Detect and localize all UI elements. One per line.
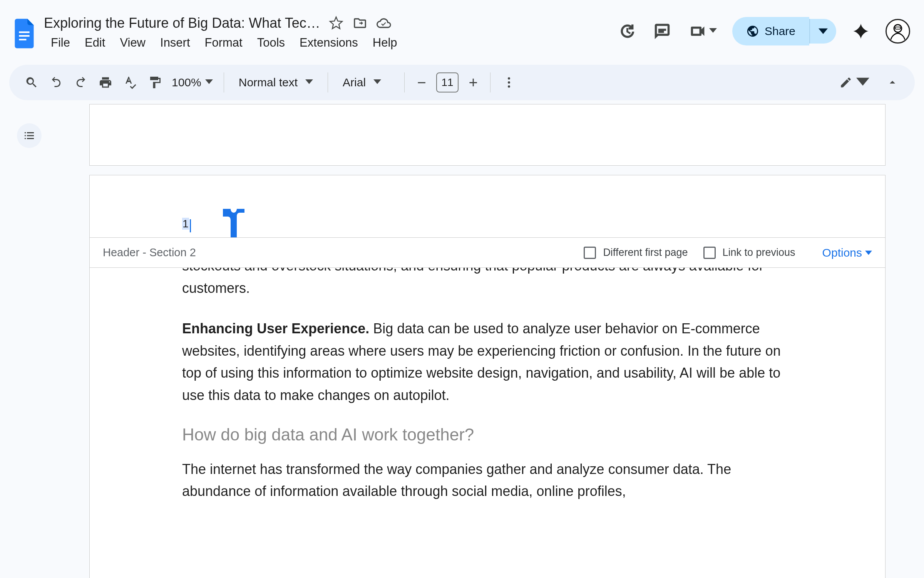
svg-point-3 xyxy=(508,77,510,80)
editing-mode-button[interactable] xyxy=(834,72,875,93)
header-section-label: Header - Section 2 xyxy=(103,246,196,259)
share-label: Share xyxy=(765,25,795,38)
options-label: Options xyxy=(822,246,862,259)
document-canvas: 1 Header - Section 2 Different first pag… xyxy=(89,104,886,578)
editing-caret-icon xyxy=(856,75,869,90)
link-to-previous-checkbox[interactable]: Link to previous xyxy=(703,247,795,259)
menu-format[interactable]: Format xyxy=(198,34,249,52)
docs-logo[interactable] xyxy=(11,16,38,51)
paragraph[interactable]: The internet has transformed the way com… xyxy=(182,458,793,502)
different-first-page-checkbox[interactable]: Different first page xyxy=(584,247,688,259)
document-title[interactable]: Exploring the Future of Big Data: What T… xyxy=(44,15,320,31)
separator xyxy=(404,72,405,92)
zoom-value[interactable]: 100% xyxy=(172,76,201,89)
document-body[interactable]: stockouts and overstock situations, and … xyxy=(90,268,885,502)
header-options-bar: Header - Section 2 Different first page … xyxy=(90,237,885,267)
page-header-area[interactable]: 1 Header - Section 2 Different first pag… xyxy=(90,175,885,268)
checkbox-icon[interactable] xyxy=(584,247,596,259)
svg-point-0 xyxy=(887,21,908,42)
header-options-button[interactable]: Options xyxy=(822,246,872,259)
history-icon[interactable] xyxy=(617,21,637,41)
menu-insert[interactable]: Insert xyxy=(153,34,197,52)
undo-icon[interactable] xyxy=(45,72,67,93)
collapse-toolbar-icon[interactable] xyxy=(882,72,903,93)
menu-file[interactable]: File xyxy=(44,34,77,52)
gemini-icon[interactable] xyxy=(852,22,870,40)
paragraph[interactable]: Enhancing User Experience. Big data can … xyxy=(182,318,793,406)
menu-tools[interactable]: Tools xyxy=(250,34,292,52)
font-caret-icon[interactable] xyxy=(373,78,381,87)
print-icon[interactable] xyxy=(95,72,116,93)
zoom-caret-icon[interactable] xyxy=(205,78,213,87)
star-icon[interactable] xyxy=(328,15,344,31)
toolbar: 100% Normal text Arial − + xyxy=(9,65,915,100)
heading-2[interactable]: How do big data and AI work together? xyxy=(182,425,793,444)
svg-point-5 xyxy=(508,86,510,88)
menu-edit[interactable]: Edit xyxy=(78,34,112,52)
separator xyxy=(328,72,328,92)
paragraph-style[interactable]: Normal text xyxy=(239,76,298,89)
page-current[interactable]: 1 Header - Section 2 Different first pag… xyxy=(89,175,886,578)
menu-help[interactable]: Help xyxy=(366,34,404,52)
text-caret xyxy=(190,219,191,232)
bold-run: Enhancing User Experience. xyxy=(182,321,369,336)
meet-icon[interactable] xyxy=(688,21,708,41)
page-number[interactable]: 1 xyxy=(182,218,189,230)
titlebar: Exploring the Future of Big Data: What T… xyxy=(0,0,924,62)
checkbox-icon[interactable] xyxy=(703,247,716,259)
show-outline-button[interactable] xyxy=(17,123,42,148)
search-icon[interactable] xyxy=(21,72,42,93)
different-first-page-label: Different first page xyxy=(603,247,688,259)
link-to-previous-label: Link to previous xyxy=(723,247,795,259)
share-caret-button[interactable] xyxy=(809,19,836,44)
menu-extensions[interactable]: Extensions xyxy=(293,34,365,52)
page-previous[interactable] xyxy=(89,104,886,166)
right-action-bar: Share xyxy=(617,17,910,45)
share-button[interactable]: Share xyxy=(732,17,809,45)
meet-caret-icon[interactable] xyxy=(709,27,717,36)
spellcheck-icon[interactable] xyxy=(119,72,141,93)
paint-format-icon[interactable] xyxy=(144,72,166,93)
font-size-input[interactable] xyxy=(436,72,459,92)
avatar[interactable] xyxy=(886,19,910,44)
font-family[interactable]: Arial xyxy=(343,76,366,89)
more-tools-icon[interactable] xyxy=(498,72,520,93)
style-caret-icon[interactable] xyxy=(305,78,313,87)
redo-icon[interactable] xyxy=(70,72,92,93)
cloud-saved-icon[interactable] xyxy=(376,15,392,31)
move-icon[interactable] xyxy=(352,15,368,31)
separator xyxy=(490,72,490,92)
decrease-font-size-button[interactable]: − xyxy=(412,73,431,92)
menu-view[interactable]: View xyxy=(113,34,152,52)
svg-point-4 xyxy=(508,81,510,84)
separator xyxy=(224,72,224,92)
comments-icon[interactable] xyxy=(652,21,672,41)
increase-font-size-button[interactable]: + xyxy=(464,73,482,92)
